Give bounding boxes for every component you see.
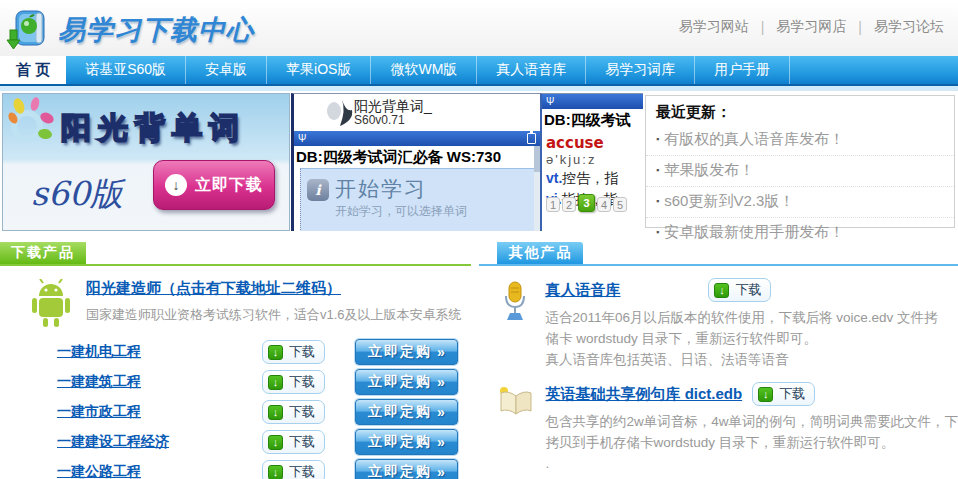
download-button[interactable]: ↓下载 bbox=[752, 382, 815, 406]
product-link-jingji[interactable]: 一建建设工程经济 bbox=[57, 433, 262, 451]
product-link-shizheng[interactable]: 一建市政工程 bbox=[57, 403, 262, 421]
update-text: 苹果版发布！ bbox=[664, 161, 754, 178]
db-info-row: DB:四级考试词汇必备 WS:730 bbox=[294, 146, 540, 168]
chevron-right-icon: » bbox=[437, 464, 445, 479]
nav-tab-ios[interactable]: 苹果iOS版 bbox=[267, 56, 371, 84]
download-button[interactable]: ↓下载 bbox=[262, 340, 325, 364]
bullet-icon: ▪ bbox=[656, 165, 659, 175]
page: 易学习下载中心 易学习网站 | 易学习网店 | 易学习论坛 首 页 诺基亚S60… bbox=[0, 0, 958, 479]
order-label: 立即定购 bbox=[368, 403, 432, 421]
divider: | bbox=[858, 19, 862, 35]
other-products-section: 其他产品 真人语音库 ↓下载 bbox=[479, 242, 958, 479]
chevron-right-icon: » bbox=[437, 404, 445, 420]
app-screenshot-1: 阳光背单词_ S60v0.71 Ψ DB:四级考试词汇必备 WS:730 i 开… bbox=[291, 93, 540, 231]
other-title-voice-library[interactable]: 真人语音库 bbox=[545, 281, 620, 300]
download-icon: ↓ bbox=[268, 375, 283, 390]
list-item[interactable]: ▪s60更新到V2.3版！ bbox=[646, 187, 954, 218]
chevron-right-icon: » bbox=[437, 434, 445, 450]
list-item[interactable]: ▪苹果版发布！ bbox=[646, 156, 954, 187]
other-title-sentence-db[interactable]: 英语基础共享例句库 dict.edb bbox=[545, 385, 742, 404]
description-line: 适合2011年06月以后版本的软件使用，下载后将 voice.edv 文件拷 bbox=[545, 307, 937, 328]
nav-tab-manual[interactable]: 用户手册 bbox=[695, 56, 790, 84]
download-button[interactable]: ↓下载 bbox=[708, 278, 771, 302]
top-link-website[interactable]: 易学习网站 bbox=[679, 18, 749, 36]
meaning-text: 控告，指 bbox=[562, 170, 618, 186]
order-now-button[interactable]: 立即定购» bbox=[355, 429, 458, 455]
site-logo[interactable]: 易学习下载中心 bbox=[6, 4, 254, 56]
microphone-icon bbox=[497, 278, 537, 370]
product-link-jianzhu[interactable]: 一建建筑工程 bbox=[57, 373, 262, 391]
app-name: 阳光背单词_ bbox=[354, 98, 432, 114]
list-item: 英语基础共享例句库 dict.edb ↓下载 包含共享的约2w单词音标，4w单词… bbox=[497, 382, 958, 474]
order-label: 立即定购 bbox=[368, 463, 432, 479]
order-now-button[interactable]: 立即定购» bbox=[355, 459, 458, 479]
order-now-button[interactable]: 立即定购» bbox=[355, 399, 458, 425]
download-label: 下载 bbox=[289, 373, 315, 391]
download-icon: ↓ bbox=[268, 465, 283, 479]
page-dot-1[interactable]: 1 bbox=[546, 197, 560, 212]
update-text: 安卓版最新使用手册发布！ bbox=[664, 223, 844, 240]
nav-tab-android[interactable]: 安卓版 bbox=[186, 56, 267, 84]
download-icon: ↓ bbox=[268, 405, 283, 420]
nav-tab-wm[interactable]: 微软WM版 bbox=[371, 56, 477, 84]
banner-download-label: 立即下载 bbox=[195, 175, 263, 196]
banner-ad[interactable]: 阳光背单词 s60版 ↓ 立即下载 bbox=[2, 93, 290, 231]
item-description: 包含共享的约2w单词音标，4w单词的例句，简明词典需要此文件，下 拷贝到手机存储… bbox=[545, 411, 958, 474]
product-description: 国家建造师职业资格考试练习软件，适合v1.6及以上版本安卓系统 bbox=[86, 306, 462, 324]
nav-tab-voice-library[interactable]: 真人语音库 bbox=[477, 56, 586, 84]
banner-download-button[interactable]: ↓ 立即下载 bbox=[153, 160, 275, 210]
order-label: 立即定购 bbox=[368, 373, 432, 391]
battery-icon bbox=[527, 133, 536, 144]
table-row: 一建机电工程 ↓下载 立即定购» bbox=[57, 337, 471, 367]
page-dot-4[interactable]: 4 bbox=[597, 197, 611, 212]
menu-item-start-learning[interactable]: i 开始学习 开始学习，可以选择单词 bbox=[300, 168, 540, 231]
nav-tab-nokia-s60[interactable]: 诺基亚S60版 bbox=[66, 56, 186, 84]
main-nav: 首 页 诺基亚S60版 安卓版 苹果iOS版 微软WM版 真人语音库 易学习词库… bbox=[0, 56, 958, 86]
download-arrow-icon: ↓ bbox=[165, 174, 187, 196]
recent-updates-panel: 最近更新： ▪有版权的真人语音库发布！ ▪苹果版发布！ ▪s60更新到V2.3版… bbox=[645, 95, 955, 228]
list-item[interactable]: ▪安卓版最新使用手册发布！ bbox=[646, 218, 954, 248]
download-label: 下载 bbox=[289, 403, 315, 421]
antenna-icon: Ψ bbox=[546, 96, 554, 107]
burst-logo-icon bbox=[5, 96, 57, 156]
table-row: 一建市政工程 ↓下载 立即定购» bbox=[57, 397, 471, 427]
product-link-jidian[interactable]: 一建机电工程 bbox=[57, 343, 262, 361]
page-dot-2[interactable]: 2 bbox=[562, 197, 576, 212]
download-icon: ↓ bbox=[268, 345, 283, 360]
bullet-icon: ▪ bbox=[656, 134, 659, 144]
page-dot-3-active[interactable]: 3 bbox=[578, 194, 595, 212]
top-link-store[interactable]: 易学习网店 bbox=[776, 18, 846, 36]
banner-carousel: 阳光背单词 s60版 ↓ 立即下载 阳光背单词_ S60v0.71 bbox=[0, 93, 958, 231]
download-button[interactable]: ↓下载 bbox=[262, 460, 325, 479]
pos-label: vt. bbox=[546, 170, 562, 186]
download-label: 下载 bbox=[289, 343, 315, 361]
word-headword: accuse bbox=[546, 134, 643, 152]
nav-strip bbox=[0, 86, 958, 91]
order-label: 立即定购 bbox=[368, 433, 432, 451]
section-tab-downloads: 下载产品 bbox=[0, 242, 86, 264]
table-row: 一建建筑工程 ↓下载 立即定购» bbox=[57, 367, 471, 397]
download-button[interactable]: ↓下载 bbox=[262, 430, 325, 454]
top-link-forum[interactable]: 易学习论坛 bbox=[874, 18, 944, 36]
product-link-gonglu[interactable]: 一建公路工程 bbox=[57, 463, 262, 479]
site-header: 易学习下载中心 易学习网站 | 易学习网店 | 易学习论坛 bbox=[0, 0, 958, 56]
download-icon: ↓ bbox=[268, 435, 283, 450]
nav-tab-dictionary[interactable]: 易学习词库 bbox=[586, 56, 695, 84]
recent-updates-list: ▪有版权的真人语音库发布！ ▪苹果版发布！ ▪s60更新到V2.3版！ ▪安卓版… bbox=[646, 125, 954, 248]
item-description: 适合2011年06月以后版本的软件使用，下载后将 voice.edv 文件拷 储… bbox=[545, 307, 937, 370]
content-columns: 下载产品 阳光建造 bbox=[0, 242, 958, 479]
download-label: 下载 bbox=[289, 433, 315, 451]
db-info-row: DB:四级考试 bbox=[542, 109, 643, 131]
download-button[interactable]: ↓下载 bbox=[262, 370, 325, 394]
order-label: 立即定购 bbox=[368, 343, 432, 361]
order-now-button[interactable]: 立即定购» bbox=[355, 369, 458, 395]
list-item[interactable]: ▪有版权的真人语音库发布！ bbox=[646, 125, 954, 156]
product-header: 阳光建造师（点击有下载地址二维码） 国家建造师职业资格考试练习软件，适合v1.6… bbox=[28, 279, 471, 333]
top-links: 易学习网站 | 易学习网店 | 易学习论坛 bbox=[679, 18, 944, 36]
download-button[interactable]: ↓下载 bbox=[262, 400, 325, 424]
page-dot-5[interactable]: 5 bbox=[613, 197, 627, 212]
app-title-bar: 阳光背单词_ S60v0.71 bbox=[294, 94, 540, 131]
nav-tab-home[interactable]: 首 页 bbox=[0, 56, 66, 84]
product-title-link[interactable]: 阳光建造师（点击有下载地址二维码） bbox=[86, 279, 341, 296]
order-now-button[interactable]: 立即定购» bbox=[355, 339, 458, 365]
